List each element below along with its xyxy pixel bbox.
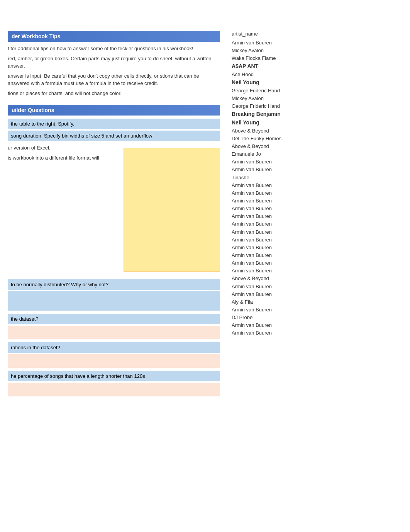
artist-item: Armin van Buuren [232, 39, 347, 47]
artist-item: George Frideric Hand [232, 102, 347, 110]
artist-item: Armin van Buuren [232, 166, 347, 173]
question-line-3: ur version of Excel. [8, 144, 124, 152]
artist-item: Mickey Avalon [232, 47, 347, 54]
artist-item: Armin van Buuren [232, 252, 347, 259]
artist-item: Breaking Benjamin [232, 110, 347, 119]
artist-item: Armin van Buuren [232, 244, 347, 252]
q4-answer-box[interactable] [8, 383, 220, 396]
artist-item: Armin van Buuren [232, 291, 347, 298]
q2-answer-box[interactable] [8, 326, 220, 339]
artist-item: Tinashe [232, 174, 347, 182]
right-panel: artist_name Armin van BuurenMickey Avalo… [228, 0, 351, 532]
question-line-2: song duration. Specify bin widths of siz… [8, 131, 220, 141]
artist-item: Del The Funky Homos [232, 135, 347, 143]
artist-item: Armin van Buuren [232, 197, 347, 205]
artist-item: Mickey Avalon [232, 95, 347, 102]
artist-item: Above & Beyond [232, 127, 347, 135]
q3-text: rations in the dataset? [8, 342, 220, 353]
artist-item: Armin van Buuren [232, 189, 347, 197]
q3-answer-box[interactable] [8, 354, 220, 368]
question-line-1: the table to the right, Spotify. [8, 119, 220, 129]
questions-section: uilder Questions the table to the right,… [8, 105, 220, 396]
artist-column-header: artist_name [232, 31, 347, 37]
artist-item: Emanuele Jo [232, 150, 347, 158]
artist-item: Armin van Buuren [232, 220, 347, 228]
artist-item: Armin van Buuren [232, 212, 347, 220]
q4-text: he percentage of songs that have a lengt… [8, 371, 220, 381]
artist-item: George Frideric Hand [232, 87, 347, 95]
artist-item: A$AP ANT [232, 62, 347, 71]
q1-text: to be normally distributed? Why or why n… [8, 279, 220, 290]
artist-item: Armin van Buuren [232, 283, 347, 291]
artist-item: Neil Young [232, 119, 347, 127]
tip-line-1: t for additional tips on how to answer s… [8, 45, 220, 53]
artist-item: Armin van Buuren [232, 182, 347, 189]
artist-item: Armin van Buuren [232, 306, 347, 314]
tips-section: der Workbook Tips t for additional tips … [8, 31, 220, 97]
q2-text: the dataset? [8, 314, 220, 324]
tip-line-3: answer is input. Be careful that you don… [8, 72, 220, 87]
artist-list: Armin van BuurenMickey AvalonWaka Flocka… [232, 39, 347, 337]
artist-item: Ace Hood [232, 71, 347, 78]
q1-answer-box[interactable] [8, 291, 220, 311]
artist-item: Armin van Buuren [232, 158, 347, 166]
tip-line-4: tions or places for charts, and will not… [8, 90, 220, 97]
artist-item: Above & Beyond [232, 143, 347, 150]
tips-header: der Workbook Tips [8, 31, 220, 42]
artist-item: Above & Beyond [232, 275, 347, 282]
artist-item: Armin van Buuren [232, 205, 347, 212]
artist-item: Neil Young [232, 78, 347, 87]
artist-item: Armin van Buuren [232, 259, 347, 267]
artist-item: Armin van Buuren [232, 267, 347, 275]
artist-item: Armin van Buuren [232, 236, 347, 244]
artist-item: Armin van Buuren [232, 321, 347, 329]
artist-item: DJ Probe [232, 314, 347, 321]
artist-item: Armin van Buuren [232, 228, 347, 236]
questions-header: uilder Questions [8, 105, 220, 116]
artist-item: Waka Flocka Flame [232, 54, 347, 62]
tip-line-2: red, amber, or green boxes. Certain part… [8, 55, 220, 70]
artist-item: Armin van Buuren [232, 329, 347, 337]
question-line-4: is workbook into a different file format… [8, 154, 124, 162]
chart-placeholder [124, 148, 220, 272]
left-panel: der Workbook Tips t for additional tips … [0, 0, 228, 532]
artist-item: Aly & Fila [232, 298, 347, 306]
